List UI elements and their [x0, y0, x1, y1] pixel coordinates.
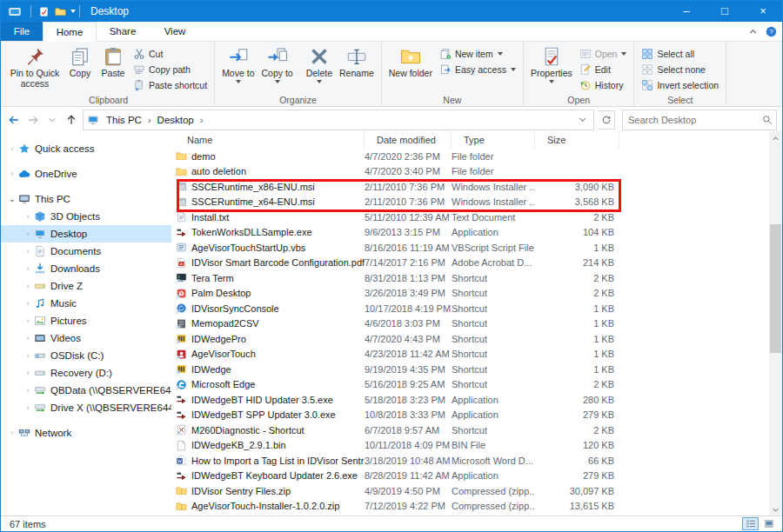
chevron-collapsed-icon[interactable]: ›: [23, 316, 32, 325]
file-row[interactable]: M260Diagnostic - Shortcut6/7/2018 9:57 A…: [171, 422, 769, 438]
file-row[interactable]: IDWedgePro4/7/2020 4:43 PMShortcut1 KB: [171, 331, 769, 347]
file-row[interactable]: IDVisorSyncConsole10/17/2018 4:19 PMShor…: [171, 301, 769, 316]
qat-customize-caret-icon[interactable]: [70, 10, 76, 13]
new-folder-button[interactable]: New folder: [385, 43, 436, 81]
paste-shortcut-button[interactable]: Paste shortcut: [130, 77, 211, 92]
copy-button[interactable]: Copy: [64, 43, 97, 81]
file-row[interactable]: IDVisor Sentry Files.zip4/9/2019 4:50 PM…: [171, 483, 769, 499]
chevron-collapsed-icon[interactable]: ›: [23, 299, 32, 308]
sidebar-item-documents[interactable]: ›Documents: [1, 243, 171, 260]
file-row[interactable]: SSCERuntime_x86-ENU.msi2/11/2010 7:36 PM…: [171, 179, 769, 195]
delete-button[interactable]: Delete: [303, 43, 336, 86]
file-row[interactable]: IDWedge9/19/2019 4:35 PMShortcut1 KB: [171, 362, 769, 377]
up-button[interactable]: [64, 112, 79, 128]
details-view-button[interactable]: [742, 517, 759, 530]
sidebar-item-drive-x-qbservere6440-silic[interactable]: ›Drive X (\\QBSERVERE6440\Silic: [1, 399, 171, 416]
minimize-button[interactable]: –: [667, 1, 706, 22]
column-header-size[interactable]: Size: [535, 131, 619, 149]
close-button[interactable]: ×: [744, 1, 782, 22]
file-row[interactable]: SSCERuntime_x64-ENU.msi2/11/2010 7:36 PM…: [171, 195, 769, 210]
sidebar-item-drive-z[interactable]: ›Drive Z: [1, 277, 171, 295]
invert-selection-button[interactable]: Invert selection: [638, 77, 722, 92]
file-row[interactable]: IDWedgeBT Keyboard Updater 2.6.exe8/28/2…: [171, 469, 769, 484]
new-item-button[interactable]: New item: [436, 46, 519, 61]
file-row[interactable]: AgeVisorTouchStartUp.vbs8/16/2016 11:19 …: [171, 240, 769, 256]
select-all-button[interactable]: Select all: [638, 46, 722, 61]
sidebar-item-recovery-d[interactable]: ›Recovery (D:): [1, 364, 171, 382]
copy-path-button[interactable]: Copy path: [130, 62, 211, 76]
select-none-button[interactable]: Select none: [638, 62, 722, 76]
sidebar-item-this-pc[interactable]: ⌄This PC: [1, 190, 171, 208]
file-row[interactable]: AgeVisorTouch-Installer-1.0.2.0.zip7/12/…: [171, 499, 769, 515]
file-row[interactable]: Memopad2CSV4/6/2018 3:03 PMShortcut1 KB: [171, 316, 769, 332]
chevron-collapsed-icon[interactable]: ›: [23, 403, 32, 412]
address-dropdown-icon[interactable]: [578, 115, 587, 124]
tab-share[interactable]: Share: [97, 22, 149, 41]
chevron-collapsed-icon[interactable]: ›: [23, 282, 32, 290]
column-header-type[interactable]: Type: [452, 131, 535, 149]
chevron-collapsed-icon[interactable]: ›: [23, 247, 32, 256]
open-button[interactable]: Open: [576, 46, 631, 61]
edit-button[interactable]: Edit: [576, 62, 631, 76]
sidebar-item-videos[interactable]: ›Videos: [1, 329, 171, 347]
paste-button[interactable]: Paste: [97, 43, 130, 81]
forward-button[interactable]: [25, 112, 41, 128]
back-button[interactable]: [6, 112, 22, 128]
qat-properties-icon[interactable]: [38, 6, 50, 17]
folder-icon[interactable]: [55, 6, 66, 17]
chevron-expanded-icon[interactable]: ⌄: [8, 195, 17, 203]
refresh-button[interactable]: [598, 110, 615, 130]
tab-file[interactable]: File: [1, 22, 43, 41]
file-row[interactable]: Microsoft Edge5/16/2018 9:25 AMShortcut2…: [171, 377, 769, 393]
file-row[interactable]: demo4/7/2020 2:36 PMFile folder: [171, 149, 769, 164]
vertical-scrollbar[interactable]: [769, 131, 782, 516]
file-row[interactable]: IDWedgeBT HID Updater 3.5.exe5/18/2018 3…: [171, 392, 769, 408]
thumbnails-view-button[interactable]: [760, 517, 777, 530]
chevron-collapsed-icon[interactable]: ›: [23, 264, 32, 273]
breadcrumb-chevron-icon[interactable]: ›: [146, 115, 153, 125]
file-row[interactable]: IDVisor Smart Barcode Configuration.pdf7…: [171, 256, 769, 271]
sidebar-item-quick-access[interactable]: ›Quick access: [1, 140, 171, 157]
tab-home[interactable]: Home: [43, 22, 97, 42]
chevron-collapsed-icon[interactable]: ›: [23, 334, 32, 342]
scrollbar-thumb[interactable]: [770, 224, 781, 353]
recent-locations-button[interactable]: [44, 112, 60, 128]
column-header-date-modified[interactable]: Date modified: [365, 131, 452, 149]
sidebar-item-pictures[interactable]: ›Pictures: [1, 312, 171, 329]
scroll-up-button[interactable]: [769, 131, 782, 145]
column-header-name[interactable]: Name: [175, 131, 365, 149]
tab-view[interactable]: View: [149, 22, 201, 41]
rename-button[interactable]: Rename: [336, 43, 378, 81]
cut-button[interactable]: Cut: [130, 46, 211, 61]
chevron-collapsed-icon[interactable]: ›: [8, 429, 17, 437]
chevron-collapsed-icon[interactable]: ›: [8, 170, 17, 178]
file-row[interactable]: Install.txt5/11/2010 12:39 AMText Docume…: [171, 209, 769, 225]
easy-access-button[interactable]: Easy access: [436, 62, 519, 76]
address-breadcrumb[interactable]: This PC›Desktop›: [83, 110, 594, 130]
scroll-down-button[interactable]: [769, 502, 782, 516]
chevron-collapsed-icon[interactable]: ›: [8, 144, 17, 153]
pin-to-quick-access-button[interactable]: Pin to Quick access: [6, 43, 64, 91]
file-row[interactable]: Tera Term8/31/2018 1:13 PMShortcut2 KB: [171, 270, 769, 286]
chevron-collapsed-icon[interactable]: ›: [23, 351, 32, 360]
collapse-ribbon-icon[interactable]: [747, 26, 759, 37]
file-row[interactable]: IDWedgeBT SPP Updater 3.0.exe10/8/2018 3…: [171, 408, 769, 423]
history-button[interactable]: History: [576, 77, 631, 92]
sidebar-item-onedrive[interactable]: ›OneDrive: [1, 165, 171, 183]
chevron-collapsed-icon[interactable]: ›: [23, 229, 32, 238]
file-row[interactable]: AgeVisorTouch4/23/2018 11:42 AMShortcut1…: [171, 347, 769, 362]
maximize-button[interactable]: □: [706, 1, 744, 22]
chevron-collapsed-icon[interactable]: ›: [23, 369, 32, 377]
file-row[interactable]: Palm Desktop3/26/2018 3:49 PMShortcut2 K…: [171, 286, 769, 302]
sidebar-item-qbdata-qbservere6440-q[interactable]: ›QBData (\\QBSERVERE6440) (Q:: [1, 382, 171, 399]
breadcrumb-item[interactable]: This PC: [104, 115, 144, 125]
help-icon[interactable]: ?: [766, 26, 777, 37]
breadcrumb-item[interactable]: Desktop: [155, 115, 197, 125]
breadcrumb-chevron-icon[interactable]: ›: [198, 115, 205, 125]
sidebar-item-network[interactable]: ›Network: [1, 424, 171, 442]
file-row[interactable]: TokenWorksDLLSample.exe9/6/2013 3:15 PMA…: [171, 225, 769, 241]
sidebar-item-downloads[interactable]: ›Downloads: [1, 260, 171, 277]
chevron-collapsed-icon[interactable]: ›: [23, 212, 32, 221]
sidebar-item-osdisk-c[interactable]: ›OSDisk (C:): [1, 347, 171, 364]
file-row[interactable]: How to Import a Tag List in IDVisor Sent…: [171, 453, 769, 469]
